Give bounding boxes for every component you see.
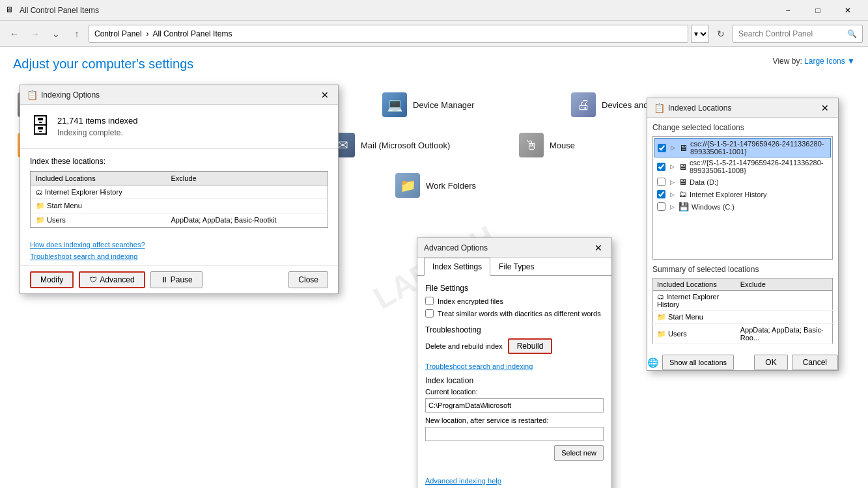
up-button[interactable]: ↑: [68, 25, 86, 43]
expand-icon-3: ▷: [668, 191, 676, 198]
down-button[interactable]: ⌄: [47, 25, 65, 43]
cp-label-mail: Mail (Microsoft Outlook): [361, 141, 450, 150]
view-by-value[interactable]: Large Icons ▼: [804, 57, 855, 66]
list-item[interactable]: ▷ 🖥 csc://{S-1-5-21-1479659426-241133628…: [654, 157, 831, 176]
expand-icon-1: ▷: [668, 163, 676, 170]
location-cell: 📁 Start Menu: [31, 199, 166, 213]
loc-item-label-4: Windows (C:): [692, 203, 735, 211]
refresh-button[interactable]: ↻: [712, 25, 730, 43]
show-all-icon: 🌐: [647, 357, 658, 368]
rebuild-button[interactable]: Rebuild: [508, 338, 553, 354]
change-locations-title: Change selected locations: [652, 123, 833, 132]
loc-checkbox-3[interactable]: [657, 190, 665, 198]
modify-button[interactable]: Modify: [30, 271, 74, 288]
mouse-icon: 🖱: [519, 133, 544, 157]
tab-file-types[interactable]: File Types: [490, 258, 542, 276]
list-item[interactable]: ▷ 🖥 csc://{S-1-5-21-1479659426-241133628…: [654, 138, 831, 157]
address-input[interactable]: [89, 25, 688, 43]
summary-location-cell: 📁 Start Menu: [653, 311, 736, 324]
show-all-button[interactable]: Show all locations: [662, 355, 734, 370]
checkbox-encrypted-input[interactable]: [425, 297, 434, 305]
indexing-dialog-titlebar: 📋 Indexing Options ✕: [20, 85, 338, 105]
locations-dialog-close-x[interactable]: ✕: [819, 102, 832, 115]
locations-dialog-titlebar: 📋 Indexed Locations ✕: [647, 98, 838, 118]
indexing-close-button[interactable]: Close: [288, 271, 328, 288]
window-title: All Control Panel Items: [20, 6, 773, 15]
loc-item-icon-1: 🖥: [679, 162, 687, 172]
cp-item-device[interactable]: 💻 Device Manager: [378, 88, 527, 122]
col-included: Included Locations: [31, 172, 166, 185]
close-window-button[interactable]: ✕: [833, 0, 863, 21]
indexing-link-2[interactable]: Troubleshoot search and indexing: [30, 252, 328, 260]
loc-item-icon-3: 🗂: [679, 189, 687, 199]
tab-index-settings[interactable]: Index Settings: [424, 258, 490, 276]
expand-icon-0: ▷: [669, 144, 677, 152]
list-item[interactable]: ▷ 🖥 Data (D:): [654, 176, 831, 188]
index-location-title: Index location: [425, 376, 604, 385]
advanced-label: Advanced: [100, 275, 134, 284]
file-settings-section: File Settings Index encrypted files Trea…: [425, 284, 604, 318]
locations-ok-button[interactable]: OK: [754, 355, 787, 370]
advanced-help-link-section: Advanced indexing help: [417, 474, 611, 488]
maximize-button[interactable]: □: [803, 0, 833, 21]
pause-button[interactable]: ⏸ Pause: [150, 271, 203, 288]
address-dropdown[interactable]: ▾: [691, 25, 709, 43]
cp-item-mail[interactable]: ✉ Mail (Microsoft Outlook): [326, 128, 475, 162]
page-title: Adjust your computer's settings: [13, 57, 855, 72]
troubleshooting-section: Troubleshooting Delete and rebuild index…: [425, 325, 604, 354]
loc-checkbox-0[interactable]: [658, 144, 666, 152]
select-new-button[interactable]: Select new: [554, 445, 604, 461]
checkbox-diacritics: Treat similar words with diacritics as d…: [425, 309, 604, 318]
exclude-cell: [166, 185, 328, 199]
checkbox-encrypted: Index encrypted files: [425, 297, 604, 305]
loc-item-label-1: csc://{S-1-5-21-1479659426-2411336280-89…: [690, 159, 828, 174]
new-location-label: New location, after service is restarted…: [425, 416, 604, 424]
locations-body: Change selected locations ▷ 🖥 csc://{S-1…: [647, 118, 838, 355]
forward-button[interactable]: →: [26, 25, 44, 43]
loc-item-label-2: Data (D:): [690, 178, 719, 186]
indexing-options-dialog: 📋 Indexing Options ✕ 🗄 21,741 items inde…: [20, 85, 339, 294]
locations-dialog-icon: 📋: [654, 103, 664, 113]
indexing-link-1[interactable]: How does indexing affect searches?: [30, 241, 328, 249]
cp-icon-mouse: 🖱: [518, 132, 544, 158]
rebuild-row: Delete and rebuild index Rebuild: [425, 338, 604, 354]
summary-table: Included Locations Exclude 🗂 Internet Ex…: [652, 278, 833, 344]
indexed-locations-dialog: 📋 Indexed Locations ✕ Change selected lo…: [647, 98, 839, 371]
table-row: 📁 Start Menu: [653, 311, 833, 324]
indexing-body: Index these locations: Included Location…: [20, 149, 338, 236]
summary-title: Summary of selected locations: [652, 265, 833, 274]
cp-item-mouse[interactable]: 🖱 Mouse: [514, 128, 664, 162]
back-button[interactable]: ←: [5, 25, 23, 43]
list-item[interactable]: ▷ 💾 Windows (C:): [654, 200, 831, 213]
device-icon: 💻: [382, 92, 407, 117]
advanced-dialog-close-x[interactable]: ✕: [592, 241, 605, 254]
advanced-dialog-titlebar: Advanced Options ✕: [417, 238, 611, 258]
new-location-input[interactable]: [425, 427, 604, 441]
checkbox-diacritics-input[interactable]: [425, 309, 434, 318]
loc-item-label-0: csc://{S-1-5-21-1479659426-2411336280-89…: [690, 140, 828, 156]
loc-checkbox-4[interactable]: [657, 202, 665, 211]
troubleshoot-link[interactable]: Troubleshoot search and indexing: [425, 362, 533, 370]
cp-item-workfolder[interactable]: 📁 Work Folders: [391, 169, 540, 202]
minimize-button[interactable]: −: [773, 0, 803, 21]
current-location-input[interactable]: [425, 398, 604, 413]
summary-exclude-cell: AppData; AppData; Basic-Roo...: [736, 324, 833, 344]
index-location-section: Index location Current location: New loc…: [425, 376, 604, 461]
indexing-table: Included Locations Exclude 🗂 Internet Ex…: [30, 171, 328, 228]
loc-checkbox-1[interactable]: [657, 163, 665, 171]
advanced-button[interactable]: 🛡 Advanced: [79, 271, 145, 288]
view-by[interactable]: View by: Large Icons ▼: [773, 57, 855, 66]
summary-icon-1: 📁: [657, 313, 666, 321]
search-input[interactable]: [738, 29, 847, 38]
advanced-dialog-title: Advanced Options: [424, 243, 592, 252]
indexing-dialog-close-x[interactable]: ✕: [318, 88, 331, 102]
list-item[interactable]: ▷ 🗂 Internet Explorer History: [654, 188, 831, 200]
advanced-help-link[interactable]: Advanced indexing help: [425, 477, 501, 485]
locations-cancel-button[interactable]: Cancel: [792, 355, 838, 370]
cp-label-mouse: Mouse: [550, 141, 575, 150]
window-controls: − □ ✕: [773, 0, 863, 21]
table-row: 📁 Users AppData; AppData; Basic-Rootkit: [31, 213, 328, 228]
exclude-cell: [166, 199, 328, 213]
cp-icon-devices: 🖨: [570, 92, 596, 118]
loc-checkbox-2[interactable]: [657, 178, 665, 186]
